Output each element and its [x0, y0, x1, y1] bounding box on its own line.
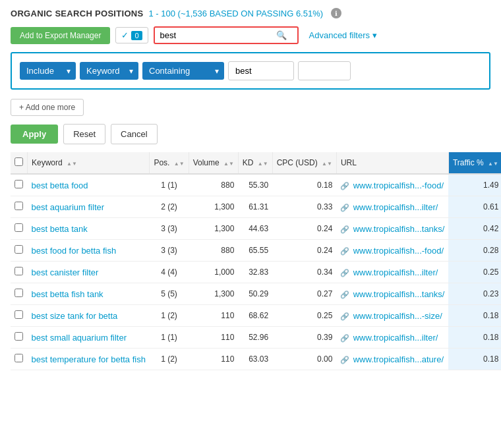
row-checkbox[interactable]: [15, 180, 23, 188]
select-all-checkbox[interactable]: [15, 157, 23, 166]
table-row: best aquarium filter 2 (2) 1,300 61.31 0…: [11, 196, 501, 218]
keyword-link[interactable]: best small aquarium filter: [32, 333, 127, 343]
row-volume: 1,000: [189, 262, 238, 283]
page-subtitle: 1 - 100 (~1,536 BASED ON PASSING 6.51%): [149, 9, 324, 18]
results-table: Keyword ▲▼ Pos. ▲▼ Volume ▲▼ KD ▲▼ CPC (…: [11, 152, 501, 370]
table-container: Keyword ▲▼ Pos. ▲▼ Volume ▲▼ KD ▲▼ CPC (…: [0, 152, 501, 370]
sort-arrows-cpc[interactable]: ▲▼: [322, 161, 332, 167]
keyword-link[interactable]: best betta tank: [32, 224, 88, 234]
row-traffic: 0.18: [448, 349, 501, 370]
row-pos: 2 (2): [150, 196, 189, 218]
filter-value-input[interactable]: [228, 61, 294, 80]
table-row: best small aquarium filter 1 (1) 110 52.…: [11, 327, 501, 349]
filter-extra-input[interactable]: [298, 61, 351, 80]
advanced-filters-label: Advanced filters: [309, 30, 370, 40]
keyword-link[interactable]: best canister filter: [32, 267, 99, 277]
keyword-select[interactable]: Keyword URL Title: [80, 62, 138, 80]
row-url: 🔗 www.tropicalfish...-food/: [336, 174, 448, 196]
row-url: 🔗 www.tropicalfish...-food/: [336, 240, 448, 262]
row-cpc: 0.25: [272, 305, 336, 327]
url-link[interactable]: www.tropicalfish...ilter/: [353, 333, 438, 343]
sort-arrows-volume[interactable]: ▲▼: [223, 161, 234, 167]
row-kd: 68.62: [238, 305, 272, 327]
row-url: 🔗 www.tropicalfish...tanks/: [336, 218, 448, 240]
url-link[interactable]: www.tropicalfish...-size/: [353, 311, 442, 321]
search-icon[interactable]: 🔍: [276, 30, 287, 40]
advanced-filters-button[interactable]: Advanced filters ▾: [309, 30, 378, 40]
sort-arrows-pos[interactable]: ▲▼: [174, 161, 185, 167]
row-volume: 1,300: [189, 218, 238, 240]
row-traffic: 0.18: [448, 305, 501, 327]
row-volume: 880: [189, 174, 238, 196]
row-cpc: 0.34: [272, 262, 336, 283]
row-keyword: best betta fish tank: [28, 283, 150, 305]
row-cpc: 0.39: [272, 327, 336, 349]
add-more-row: + Add one more: [0, 92, 501, 119]
row-checkbox[interactable]: [15, 289, 23, 297]
row-checkbox[interactable]: [15, 202, 23, 210]
row-checkbox-cell: [11, 283, 28, 305]
row-cpc: 0.33: [272, 196, 336, 218]
row-url: 🔗 www.tropicalfish...ilter/: [336, 262, 448, 283]
chevron-down-icon: ▾: [372, 30, 377, 40]
page-title: ORGANIC SEARCH POSITIONS: [11, 9, 144, 18]
row-keyword: best betta food: [28, 174, 150, 196]
row-checkbox-cell: [11, 327, 28, 349]
sort-arrows-traffic[interactable]: ▲▼: [488, 161, 498, 167]
row-checkbox[interactable]: [15, 223, 23, 232]
row-checkbox[interactable]: [15, 245, 23, 254]
row-pos: 1 (1): [150, 327, 189, 349]
row-keyword: best temperature for betta fish: [28, 349, 150, 370]
keyword-link[interactable]: best size tank for betta: [32, 311, 118, 321]
row-kd: 65.55: [238, 240, 272, 262]
reset-button[interactable]: Reset: [63, 124, 105, 144]
keyword-link[interactable]: best food for betta fish: [32, 246, 117, 256]
row-checkbox[interactable]: [15, 354, 23, 362]
add-more-button[interactable]: + Add one more: [11, 99, 84, 116]
search-input[interactable]: [160, 30, 272, 40]
check-icon: ✓: [121, 30, 129, 40]
apply-button[interactable]: Apply: [11, 125, 58, 144]
row-cpc: 0.24: [272, 218, 336, 240]
include-select[interactable]: Include Exclude: [20, 62, 76, 80]
row-checkbox[interactable]: [15, 332, 23, 341]
row-pos: 5 (5): [150, 283, 189, 305]
row-kd: 55.30: [238, 174, 272, 196]
row-checkbox-cell: [11, 240, 28, 262]
selection-count-badge: 0: [131, 31, 142, 40]
external-link-icon: 🔗: [340, 291, 349, 298]
info-icon[interactable]: ℹ: [331, 8, 341, 18]
toolbar: Add to Export Manager ✓ 0 🔍 Advanced fil…: [0, 24, 501, 49]
row-url: 🔗 www.tropicalfish...ilter/: [336, 196, 448, 218]
url-link[interactable]: www.tropicalfish...tanks/: [353, 289, 445, 299]
row-keyword: best betta tank: [28, 218, 150, 240]
row-kd: 44.63: [238, 218, 272, 240]
row-checkbox[interactable]: [15, 267, 23, 275]
row-traffic: 0.18: [448, 327, 501, 349]
containing-select[interactable]: Containing Not Containing Equals: [142, 62, 224, 80]
url-link[interactable]: www.tropicalfish...ature/: [353, 354, 444, 364]
url-link[interactable]: www.tropicalfish...ilter/: [353, 267, 438, 277]
keyword-link[interactable]: best temperature for betta fish: [32, 354, 146, 364]
external-link-icon: 🔗: [340, 269, 349, 277]
keyword-link[interactable]: best betta fish tank: [32, 289, 103, 299]
row-keyword: best size tank for betta: [28, 305, 150, 327]
keyword-link[interactable]: best betta food: [32, 181, 88, 190]
cancel-button[interactable]: Cancel: [111, 124, 157, 144]
row-url: 🔗 www.tropicalfish...-size/: [336, 305, 448, 327]
external-link-icon: 🔗: [340, 312, 349, 320]
row-keyword: best food for betta fish: [28, 240, 150, 262]
row-checkbox-cell: [11, 174, 28, 196]
external-link-icon: 🔗: [340, 356, 349, 364]
keyword-link[interactable]: best aquarium filter: [32, 202, 105, 212]
sort-arrows-keyword[interactable]: ▲▼: [67, 161, 77, 167]
row-keyword: best aquarium filter: [28, 196, 150, 218]
url-link[interactable]: www.tropicalfish...-food/: [353, 181, 444, 190]
export-button[interactable]: Add to Export Manager: [11, 27, 110, 44]
sort-arrows-kd[interactable]: ▲▼: [258, 161, 268, 167]
row-checkbox[interactable]: [15, 310, 23, 319]
url-link[interactable]: www.tropicalfish...tanks/: [353, 224, 445, 234]
url-link[interactable]: www.tropicalfish...ilter/: [353, 202, 438, 212]
url-link[interactable]: www.tropicalfish...-food/: [353, 246, 444, 256]
row-volume: 1,300: [189, 196, 238, 218]
